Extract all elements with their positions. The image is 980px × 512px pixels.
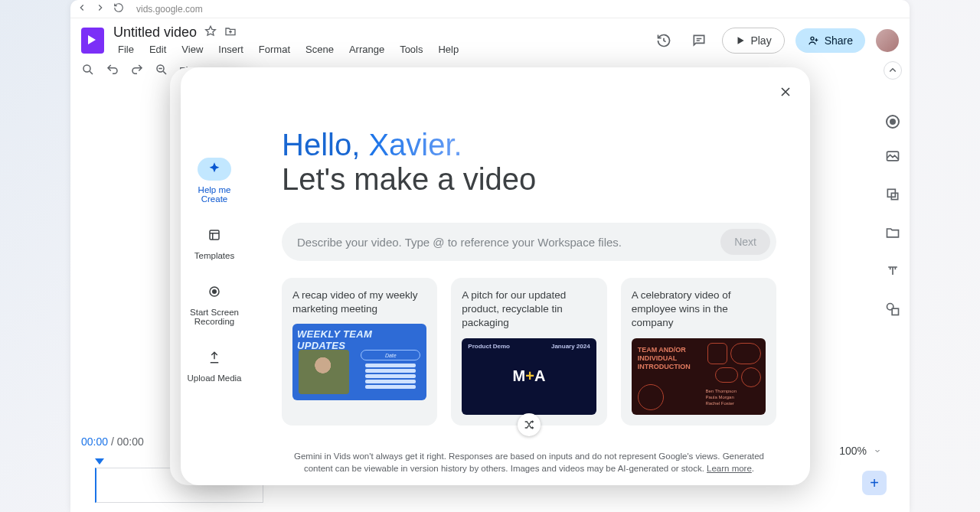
menu-tools[interactable]: Tools [395,42,427,57]
card2-thumb: M+A [462,338,596,415]
sidebar-upload-media[interactable]: Upload Media [184,346,245,383]
chevron-down-icon [873,446,882,455]
menu-file[interactable]: File [113,42,139,57]
nav-back-icon[interactable] [77,2,87,15]
add-scene-button[interactable]: + [862,471,887,495]
document-title[interactable]: Untitled video [113,24,197,41]
svg-rect-11 [210,230,219,240]
close-modal-button[interactable] [778,84,793,103]
record-screen-icon [207,285,221,298]
menu-edit[interactable]: Edit [145,42,171,57]
zoom-icon[interactable] [155,63,168,80]
playhead[interactable] [95,458,104,465]
menu-scene[interactable]: Scene [301,42,338,57]
menu-help[interactable]: Help [433,42,463,57]
suggestion-cards: A recap video of my weekly marketing mee… [282,278,776,426]
sidebar-help-label: Help me Create [184,185,245,204]
menu-view[interactable]: View [177,42,207,57]
play-button[interactable]: Play [722,28,784,54]
account-avatar[interactable] [876,29,899,52]
prompt-input[interactable] [297,236,711,249]
text-tool-icon[interactable] [885,263,900,282]
suggestion-card-2[interactable]: A pitch for our updated product, recycla… [451,278,606,426]
folder-icon[interactable] [885,225,900,243]
shuffle-button[interactable] [518,413,541,436]
nav-forward-icon[interactable] [95,2,106,15]
svg-point-3 [811,37,814,40]
card1-thumb: Date [292,324,426,400]
svg-rect-10 [892,308,898,315]
comments-icon[interactable] [687,28,711,53]
share-icon [808,34,820,47]
browser-window: vids.google.com Untitled video File Edit… [70,0,910,512]
zoom-value: 100% [839,445,867,457]
create-video-modal: Help me Create Templates Start Screen Re… [181,67,810,485]
templates-icon [207,228,221,242]
card3-title: A celebratory video of employee wins in … [632,289,766,331]
zoom-control[interactable]: 100% [839,445,882,457]
prompt-container: Next [282,223,776,261]
media-icon[interactable] [885,148,900,167]
app-header: Untitled video File Edit View Insert For… [70,18,910,57]
svg-point-4 [83,65,90,72]
sparkle-icon [207,162,221,176]
shuffle-icon [523,419,535,431]
right-rail [885,115,900,320]
undo-icon[interactable] [106,63,119,80]
search-icon[interactable] [81,63,95,80]
card2-title: A pitch for our updated product, recycla… [462,289,596,331]
time-total: 00:00 [117,435,144,448]
suggestion-card-1[interactable]: A recap video of my weekly marketing mee… [282,278,437,426]
browser-bar: vids.google.com [70,0,910,18]
time-current: 00:00 [81,435,108,448]
share-label: Share [825,34,853,47]
suggestion-card-3[interactable]: A celebratory video of employee wins in … [621,278,776,426]
redo-icon[interactable] [130,63,144,80]
history-icon[interactable] [652,28,676,53]
greeting-line1: Hello, Xavier. [282,127,776,162]
card3-thumb: Ben ThompsonPaula MorganRachel Foster [632,338,766,415]
greeting-name: Xavier. [368,128,462,161]
record-icon[interactable] [886,115,900,129]
disclaimer-text: Gemini in Vids won't always get it right… [294,452,764,473]
share-button[interactable]: Share [795,28,865,53]
move-to-drive-icon[interactable] [224,25,237,41]
sidebar-templates[interactable]: Templates [184,223,245,260]
disclaimer: Gemini in Vids won't always get it right… [282,450,776,474]
modal-sidebar: Help me Create Templates Start Screen Re… [181,67,248,485]
menu-insert[interactable]: Insert [214,42,248,57]
play-icon [735,35,746,46]
card1-title: A recap video of my weekly marketing mee… [292,289,426,316]
sidebar-upload-label: Upload Media [188,373,242,383]
sidebar-record-label: Start Screen Recording [184,308,245,326]
vids-logo[interactable] [81,28,104,54]
greeting-hello: Hello, [282,128,368,161]
shape-tool-icon[interactable] [885,187,900,205]
sidebar-screen-record[interactable]: Start Screen Recording [184,280,245,326]
svg-point-13 [213,290,217,294]
greeting-line2: Let's make a video [282,162,776,197]
menu-format[interactable]: Format [254,42,295,57]
card1-thumb-date: Date [361,350,420,360]
shapes-icon[interactable] [885,302,900,320]
sidebar-help-me-create[interactable]: Help me Create [184,158,245,204]
modal-main: Hello, Xavier. Let's make a video Next A… [248,67,810,485]
star-icon[interactable] [204,25,217,41]
menu-bar: File Edit View Insert Format Scene Arran… [113,42,463,57]
collapse-toolbar-icon[interactable] [884,61,902,80]
upload-icon [207,351,221,364]
next-button[interactable]: Next [720,229,770,255]
play-label: Play [750,34,771,47]
learn-more-link[interactable]: Learn more [707,464,752,473]
reload-icon[interactable] [113,2,124,15]
url-bar[interactable]: vids.google.com [132,4,888,15]
menu-arrange[interactable]: Arrange [345,42,389,57]
sidebar-templates-label: Templates [194,251,234,260]
